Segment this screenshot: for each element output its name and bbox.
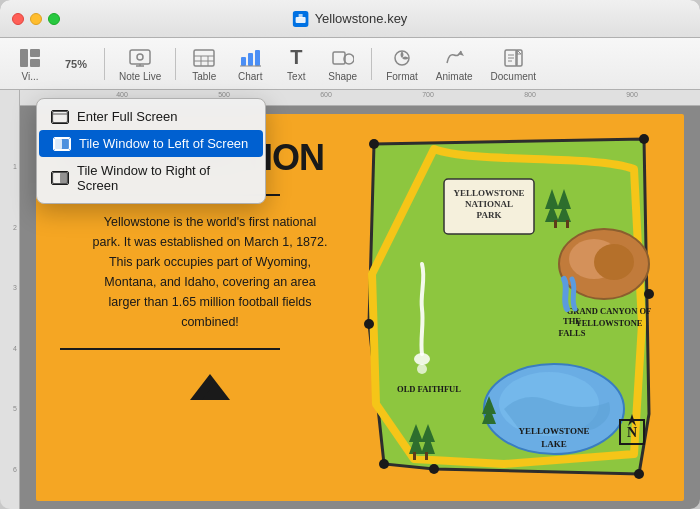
shape-label: Shape <box>328 71 357 82</box>
svg-rect-6 <box>130 50 150 64</box>
svg-text:NATIONAL: NATIONAL <box>465 199 513 209</box>
notelive-label: Note Live <box>119 71 161 82</box>
app-icon <box>293 11 309 27</box>
svg-rect-15 <box>241 57 246 66</box>
chart-icon <box>238 46 262 70</box>
svg-text:YELLOWSTONE: YELLOWSTONE <box>519 426 590 436</box>
format-label: Format <box>386 71 418 82</box>
toolbar-format[interactable]: Format <box>378 42 426 86</box>
svg-point-7 <box>137 54 143 60</box>
view-icon <box>18 46 42 70</box>
svg-point-48 <box>417 364 427 374</box>
text-icon: T <box>284 46 308 70</box>
svg-rect-19 <box>333 52 345 64</box>
svg-rect-38 <box>554 220 557 228</box>
svg-point-47 <box>414 353 430 365</box>
svg-rect-75 <box>55 138 63 149</box>
svg-rect-3 <box>20 49 28 67</box>
menu-tile-right[interactable]: Tile Window to Right of Screen <box>37 157 265 199</box>
toolbar-animate[interactable]: Animate <box>428 42 481 86</box>
svg-text:PARK: PARK <box>477 210 502 220</box>
svg-rect-58 <box>413 452 416 460</box>
animate-icon <box>442 46 466 70</box>
tile-right-label: Tile Window to Right of Screen <box>77 163 251 193</box>
toolbar-sep3 <box>371 48 372 80</box>
chart-label: Chart <box>238 71 262 82</box>
svg-text:LAKE: LAKE <box>541 439 567 449</box>
map-area: YELLOWSTONE NATIONAL PARK <box>354 124 674 494</box>
shape-icon <box>331 46 355 70</box>
toolbar-shape[interactable]: Shape <box>320 42 365 86</box>
svg-text:N: N <box>627 425 637 440</box>
toolbar-view[interactable]: Vi... <box>8 42 52 86</box>
svg-rect-59 <box>425 452 428 460</box>
toolbar-left: Vi... 75% Note Live Table Chart T T <box>8 42 544 86</box>
svg-point-70 <box>379 459 389 469</box>
svg-text:YELLOWSTONE: YELLOWSTONE <box>576 318 643 328</box>
menu-fullscreen[interactable]: Enter Full Screen <box>37 103 265 130</box>
toolbar-zoom[interactable]: 75% <box>54 48 98 80</box>
svg-rect-72 <box>53 111 68 122</box>
svg-point-68 <box>634 469 644 479</box>
traffic-lights <box>12 13 60 25</box>
svg-text:THE: THE <box>563 316 581 326</box>
table-label: Table <box>192 71 216 82</box>
mountain-decoration <box>60 366 360 409</box>
context-menu: Enter Full Screen Tile Window to Left of… <box>36 98 266 204</box>
svg-rect-4 <box>30 49 40 57</box>
document-label: Document <box>491 71 537 82</box>
toolbar-chart[interactable]: Chart <box>228 42 272 86</box>
document-icon <box>501 46 525 70</box>
toolbar-sep2 <box>175 48 176 80</box>
svg-point-69 <box>429 464 439 474</box>
toolbar-sep1 <box>104 48 105 80</box>
close-button[interactable] <box>12 13 24 25</box>
fullscreen-label: Enter Full Screen <box>77 109 177 124</box>
tile-right-icon <box>51 171 69 185</box>
toolbar-view-label: Vi... <box>21 71 38 82</box>
toolbar-text[interactable]: T Text <box>274 42 318 86</box>
svg-rect-5 <box>30 59 40 67</box>
svg-rect-2 <box>299 14 303 18</box>
menu-tile-left[interactable]: Tile Window to Left of Screen <box>39 130 263 157</box>
slide-body: Yellowstone is the world's first nationa… <box>90 212 330 332</box>
ruler-vertical: 1 2 3 4 5 6 <box>0 90 20 509</box>
svg-rect-17 <box>255 50 260 66</box>
svg-text:FALLS: FALLS <box>559 328 586 338</box>
svg-rect-16 <box>248 53 253 66</box>
toolbar-notelive[interactable]: Note Live <box>111 42 169 86</box>
animate-label: Animate <box>436 71 473 82</box>
svg-rect-77 <box>60 173 68 184</box>
text-label: Text <box>287 71 305 82</box>
svg-point-67 <box>644 289 654 299</box>
divider-bottom <box>60 348 280 350</box>
svg-point-71 <box>364 319 374 329</box>
zoom-icon: 75% <box>64 52 88 76</box>
content-area: 1 2 3 4 5 6 400 500 600 700 800 900 INTR… <box>0 90 700 509</box>
svg-text:GRAND CANYON OF: GRAND CANYON OF <box>567 306 652 316</box>
tile-left-label: Tile Window to Left of Screen <box>79 136 248 151</box>
notelive-icon <box>128 46 152 70</box>
toolbar-document[interactable]: Document <box>483 42 545 86</box>
toolbar-table[interactable]: Table <box>182 42 226 86</box>
svg-text:YELLOWSTONE: YELLOWSTONE <box>454 188 525 198</box>
format-icon <box>390 46 414 70</box>
svg-point-66 <box>639 134 649 144</box>
svg-rect-10 <box>194 50 214 66</box>
maximize-button[interactable] <box>48 13 60 25</box>
tile-left-icon <box>53 137 71 151</box>
svg-text:OLD FAITHFUL: OLD FAITHFUL <box>397 384 461 394</box>
map-svg: YELLOWSTONE NATIONAL PARK <box>354 124 674 494</box>
toolbar: Vi... 75% Note Live Table Chart T T <box>0 38 700 90</box>
title-bar: Yellowstone.key <box>0 0 700 38</box>
svg-rect-39 <box>566 220 569 228</box>
window-title: Yellowstone.key <box>293 11 408 27</box>
svg-point-65 <box>369 139 379 149</box>
svg-point-42 <box>594 244 634 280</box>
table-icon <box>192 46 216 70</box>
fullscreen-icon <box>51 110 69 124</box>
minimize-button[interactable] <box>30 13 42 25</box>
